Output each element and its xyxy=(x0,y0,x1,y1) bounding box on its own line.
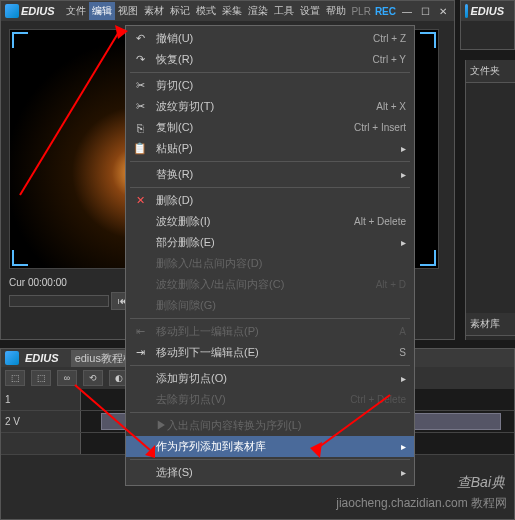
safe-area-corner xyxy=(420,250,436,266)
menu-replace[interactable]: 替换(R) ▸ xyxy=(126,164,414,185)
menu-ripple-cut-label: 波纹剪切(T) xyxy=(156,99,214,114)
menu-undo-shortcut: Ctrl + Z xyxy=(373,33,406,44)
side-panel: 文件夹 素材库 xyxy=(465,60,515,340)
submenu-arrow-icon: ▸ xyxy=(401,169,406,180)
menu-clip[interactable]: 素材 xyxy=(141,2,167,20)
tool-button[interactable]: ⬚ xyxy=(31,370,51,386)
menu-copy[interactable]: ⎘ 复制(C) Ctrl + Insert xyxy=(126,117,414,138)
timeline-app-name: EDIUS xyxy=(25,352,59,364)
app-name: EDIUS xyxy=(21,5,55,17)
menu-separator xyxy=(130,318,410,319)
menu-capture[interactable]: 采集 xyxy=(219,2,245,20)
menu-redo[interactable]: ↷ 恢复(R) Ctrl + Y xyxy=(126,49,414,70)
menu-prev-edit-label: 移动到上一编辑点(P) xyxy=(156,324,259,339)
menu-help[interactable]: 帮助 xyxy=(323,2,349,20)
menu-separator xyxy=(130,161,410,162)
track-header[interactable]: 1 xyxy=(1,389,81,410)
ripple-cut-icon: ✂ xyxy=(132,99,148,115)
menu-select-label: 选择(S) xyxy=(156,465,193,480)
menu-ripple-delete[interactable]: 波纹删除(I) Alt + Delete xyxy=(126,211,414,232)
menu-prev-edit-shortcut: A xyxy=(399,326,406,337)
menu-delete[interactable]: ✕ 删除(D) xyxy=(126,190,414,211)
menu-partial-delete[interactable]: 部分删除(E) ▸ xyxy=(126,232,414,253)
menu-undo[interactable]: ↶ 撤销(U) Ctrl + Z xyxy=(126,28,414,49)
rec-label[interactable]: REC xyxy=(375,6,396,17)
delete-icon: ✕ xyxy=(132,193,148,209)
menu-view[interactable]: 视图 xyxy=(115,2,141,20)
menu-edit[interactable]: 编辑 xyxy=(89,2,115,20)
scrub-bar[interactable] xyxy=(9,295,109,307)
edit-menu-dropdown: ↶ 撤销(U) Ctrl + Z ↷ 恢复(R) Ctrl + Y ✂ 剪切(C… xyxy=(125,25,415,486)
menu-cut[interactable]: ✂ 剪切(C) xyxy=(126,75,414,96)
menu-io-to-seq: ▶入出点间内容转换为序列(L) xyxy=(126,415,414,436)
app-logo xyxy=(5,351,19,365)
menu-separator xyxy=(130,412,410,413)
menu-settings[interactable]: 设置 xyxy=(297,2,323,20)
menu-separator xyxy=(130,459,410,460)
menu-partial-delete-label: 部分删除(E) xyxy=(156,235,215,250)
menu-del-cut-label: 去除剪切点(V) xyxy=(156,392,226,407)
menu-file[interactable]: 文件 xyxy=(63,2,89,20)
menu-ripple-cut[interactable]: ✂ 波纹剪切(T) Alt + X xyxy=(126,96,414,117)
menu-select[interactable]: 选择(S) ▸ xyxy=(126,462,414,483)
menu-delete-label: 删除(D) xyxy=(156,193,193,208)
copy-icon: ⎘ xyxy=(132,120,148,136)
prev-edit-icon: ⇤ xyxy=(132,324,148,340)
next-edit-icon: ⇥ xyxy=(132,345,148,361)
paste-icon: 📋 xyxy=(132,141,148,157)
plr-label[interactable]: PLR xyxy=(351,6,370,17)
submenu-arrow-icon: ▸ xyxy=(401,441,406,452)
cut-icon: ✂ xyxy=(132,78,148,94)
menu-ripple-del-io-shortcut: Alt + D xyxy=(376,279,406,290)
tool-button[interactable]: ⟲ xyxy=(83,370,103,386)
minimize-button[interactable]: — xyxy=(400,4,414,18)
redo-icon: ↷ xyxy=(132,52,148,68)
bin-titlebar: EDIUS xyxy=(461,1,514,21)
menu-mode[interactable]: 模式 xyxy=(193,2,219,20)
submenu-arrow-icon: ▸ xyxy=(401,237,406,248)
submenu-arrow-icon: ▸ xyxy=(401,467,406,478)
menu-add-cut-label: 添加剪切点(O) xyxy=(156,371,227,386)
menu-paste[interactable]: 📋 粘贴(P) ▸ xyxy=(126,138,414,159)
tool-button[interactable]: ∞ xyxy=(57,370,77,386)
menu-undo-label: 撤销(U) xyxy=(156,31,193,46)
menu-ripple-del-io-label: 波纹删除入/出点间内容(C) xyxy=(156,277,284,292)
menu-ripple-del-io: 波纹删除入/出点间内容(C) Alt + D xyxy=(126,274,414,295)
menu-render[interactable]: 渲染 xyxy=(245,2,271,20)
menu-del-cut: 去除剪切点(V) Ctrl + Delete xyxy=(126,389,414,410)
menu-del-gap-label: 删除间隙(G) xyxy=(156,298,216,313)
tool-button[interactable]: ⬚ xyxy=(5,370,25,386)
panel-tab-folders[interactable]: 文件夹 xyxy=(466,60,515,83)
menu-next-edit[interactable]: ⇥ 移动到下一编辑点(E) S xyxy=(126,342,414,363)
app-logo xyxy=(5,4,19,18)
track-header[interactable]: 2 V xyxy=(1,411,81,432)
bin-window: EDIUS xyxy=(460,0,515,50)
menu-replace-label: 替换(R) xyxy=(156,167,193,182)
undo-icon: ↶ xyxy=(132,31,148,47)
safe-area-corner xyxy=(12,32,28,48)
menu-prev-edit: ⇤ 移动到上一编辑点(P) A xyxy=(126,321,414,342)
safe-area-corner xyxy=(420,32,436,48)
menu-ripple-cut-shortcut: Alt + X xyxy=(376,101,406,112)
menu-copy-label: 复制(C) xyxy=(156,120,193,135)
menu-next-edit-shortcut: S xyxy=(399,347,406,358)
menu-io-to-seq-label: ▶入出点间内容转换为序列(L) xyxy=(156,418,301,433)
menu-ripple-delete-shortcut: Alt + Delete xyxy=(354,216,406,227)
bin-app-name: EDIUS xyxy=(470,5,504,17)
app-logo xyxy=(465,4,468,18)
panel-tab-bin[interactable]: 素材库 xyxy=(466,313,515,336)
menu-tools[interactable]: 工具 xyxy=(271,2,297,20)
menu-add-to-bin-label: 作为序列添加到素材库 xyxy=(156,439,266,454)
menu-paste-label: 粘贴(P) xyxy=(156,141,193,156)
menu-del-io-content: 删除入/出点间内容(D) xyxy=(126,253,414,274)
menu-add-to-bin[interactable]: 作为序列添加到素材库 ▸ xyxy=(126,436,414,457)
menu-marker[interactable]: 标记 xyxy=(167,2,193,20)
track-header[interactable] xyxy=(1,433,81,454)
submenu-arrow-icon: ▸ xyxy=(401,373,406,384)
maximize-button[interactable]: ☐ xyxy=(418,4,432,18)
close-button[interactable]: ✕ xyxy=(436,4,450,18)
menubar: 文件 编辑 视图 素材 标记 模式 采集 渲染 工具 设置 帮助 xyxy=(63,2,349,20)
menu-copy-shortcut: Ctrl + Insert xyxy=(354,122,406,133)
menu-add-cut[interactable]: 添加剪切点(O) ▸ xyxy=(126,368,414,389)
menu-del-gap: 删除间隙(G) xyxy=(126,295,414,316)
